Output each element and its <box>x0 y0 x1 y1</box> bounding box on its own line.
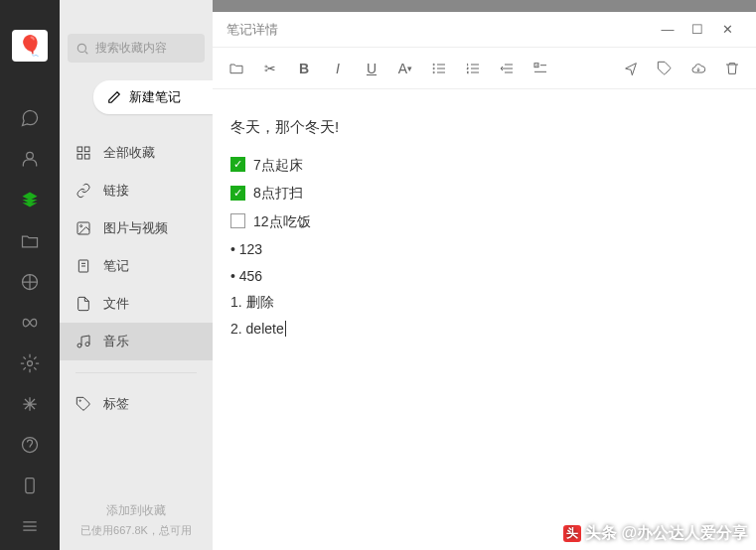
tag-icon <box>76 396 91 412</box>
sidebar-item-label: 图片与视频 <box>103 219 168 237</box>
folder-tool-icon[interactable] <box>227 59 246 78</box>
bullet-list-button[interactable] <box>429 59 449 78</box>
font-color-button[interactable]: A▾ <box>395 59 415 78</box>
sidebar-item-label: 文件 <box>103 295 129 313</box>
checklist-text: 7点起床 <box>253 152 303 179</box>
menu-icon[interactable] <box>10 509 50 544</box>
underline-button[interactable]: U <box>362 59 381 78</box>
bullet-item: 123 <box>230 236 738 263</box>
toolbar: ✂ B I U A▾ <box>213 48 756 89</box>
svg-point-11 <box>80 225 82 227</box>
svg-rect-7 <box>84 147 89 152</box>
footer-usage: 已使用667.8K，总可用 <box>68 523 205 538</box>
svg-point-5 <box>77 44 85 52</box>
watermark-text: 头条 @办公达人爱分享 <box>585 523 748 544</box>
cloud-icon[interactable] <box>688 59 708 78</box>
checkbox-icon[interactable]: ✓ <box>230 157 245 172</box>
avatar[interactable]: 🎈 <box>12 30 48 62</box>
contacts-icon[interactable] <box>10 142 50 177</box>
settings-icon[interactable] <box>10 345 50 380</box>
divider <box>76 372 197 373</box>
maximize-button[interactable]: ☐ <box>682 18 712 42</box>
watermark: 头 头条 @办公达人爱分享 <box>563 523 748 544</box>
titlebar: 笔记详情 — ☐ ✕ <box>213 12 756 48</box>
sidebar-item-notes[interactable]: 笔记 <box>60 247 213 285</box>
editor-content[interactable]: 冬天，那个冬天! ✓7点起床 ✓8点打扫 12点吃饭 123 456 1. 删除… <box>213 89 756 366</box>
sidebar-item-tags[interactable]: 标签 <box>60 385 213 423</box>
share-icon[interactable] <box>621 59 641 78</box>
delete-icon[interactable] <box>722 59 742 78</box>
text-caret <box>285 321 286 337</box>
minimize-button[interactable]: — <box>653 18 682 42</box>
italic-button[interactable]: I <box>328 59 348 78</box>
bold-button[interactable]: B <box>294 59 314 78</box>
sidebar-item-label: 音乐 <box>103 333 129 350</box>
checklist-item[interactable]: 12点吃饭 <box>230 208 738 235</box>
file-icon <box>76 296 91 312</box>
outdent-button[interactable] <box>497 59 517 78</box>
checkbox-icon[interactable]: ✓ <box>230 186 245 201</box>
note-title: 冬天，那个冬天! <box>230 113 738 142</box>
grid-icon <box>76 145 91 161</box>
miniapp-icon[interactable] <box>10 428 50 463</box>
sidebar-item-music[interactable]: 音乐 <box>60 323 213 360</box>
svg-point-17 <box>433 68 434 69</box>
music-icon <box>76 334 91 349</box>
phone-icon[interactable] <box>10 469 50 503</box>
sidebar-item-files[interactable]: 文件 <box>60 285 213 323</box>
close-button[interactable]: ✕ <box>712 18 742 42</box>
footer-title: 添加到收藏 <box>68 502 205 519</box>
ordered-item: 1. 删除 <box>230 289 738 316</box>
bullet-item: 456 <box>230 263 738 290</box>
ordered-item: 2. delete <box>230 316 738 343</box>
svg-rect-9 <box>84 154 89 159</box>
svg-point-14 <box>85 343 89 346</box>
chat-icon[interactable] <box>10 101 50 136</box>
sidebar: 搜索收藏内容 新建笔记 全部收藏 链接 图片与视频 笔记 文件 音乐 <box>60 0 213 550</box>
editor-window: 笔记详情 — ☐ ✕ ✂ B I U A▾ <box>213 12 756 550</box>
note-icon <box>76 258 91 274</box>
svg-point-0 <box>27 153 34 160</box>
search-input[interactable]: 搜索收藏内容 <box>68 34 205 63</box>
sidebar-item-label: 标签 <box>103 395 129 413</box>
checklist-text: 8点打扫 <box>253 180 303 206</box>
image-icon <box>76 220 91 236</box>
svg-point-16 <box>433 64 434 65</box>
folder-icon[interactable] <box>10 223 50 258</box>
cut-icon[interactable]: ✂ <box>260 59 280 78</box>
star-icon[interactable] <box>10 386 50 421</box>
checkbox-icon[interactable] <box>230 213 245 228</box>
svg-rect-8 <box>77 154 82 159</box>
svg-point-15 <box>79 400 80 401</box>
nav-rail: 🎈 <box>0 0 60 550</box>
svg-point-2 <box>28 360 33 365</box>
sidebar-item-label: 笔记 <box>103 257 129 275</box>
sidebar-item-label: 全部收藏 <box>103 144 155 162</box>
sidebar-item-links[interactable]: 链接 <box>60 172 213 209</box>
ordered-list-button[interactable] <box>463 59 483 78</box>
butterfly-icon[interactable] <box>10 305 50 340</box>
link-icon <box>76 183 91 199</box>
checklist-button[interactable] <box>530 59 550 78</box>
moments-icon[interactable] <box>10 264 50 299</box>
watermark-badge-icon: 头 <box>563 525 581 542</box>
search-icon <box>76 42 89 56</box>
window-title: 笔记详情 <box>227 21 278 39</box>
editor-area: 笔记详情 — ☐ ✕ ✂ B I U A▾ <box>213 0 756 550</box>
pen-icon <box>107 90 121 104</box>
checklist-item[interactable]: ✓7点起床 <box>230 152 738 179</box>
checklist-item[interactable]: ✓8点打扫 <box>230 180 738 206</box>
new-note-button[interactable]: 新建笔记 <box>93 80 213 114</box>
favorites-icon[interactable] <box>10 183 50 217</box>
tag-tool-icon[interactable] <box>655 59 675 78</box>
sidebar-item-label: 链接 <box>103 182 129 200</box>
sidebar-item-media[interactable]: 图片与视频 <box>60 209 213 247</box>
svg-point-18 <box>433 71 434 72</box>
new-note-label: 新建笔记 <box>129 88 181 106</box>
checklist-text: 12点吃饭 <box>253 208 311 235</box>
sidebar-item-all[interactable]: 全部收藏 <box>60 134 213 172</box>
sidebar-footer: 添加到收藏 已使用667.8K，总可用 <box>60 490 213 550</box>
search-placeholder: 搜索收藏内容 <box>95 40 167 57</box>
svg-rect-6 <box>77 147 82 152</box>
svg-point-13 <box>77 344 81 347</box>
